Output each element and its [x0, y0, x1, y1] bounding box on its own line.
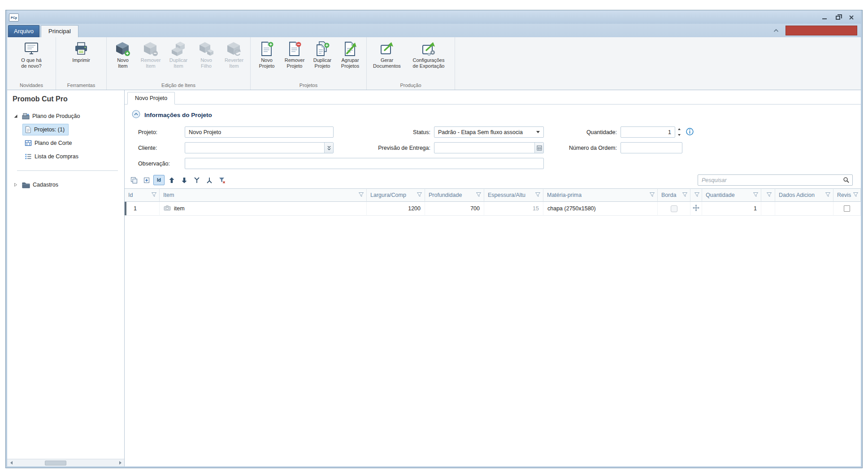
column-header-id[interactable]: Id	[125, 188, 160, 202]
filter-icon[interactable]	[680, 192, 688, 199]
expander-open-icon[interactable]	[12, 114, 20, 118]
tree-item-projetos[interactable]: Projetos: (1)	[7, 123, 124, 136]
tree-item-plano-producao[interactable]: Plano de Produção	[7, 109, 124, 123]
remover-projeto-button[interactable]: Remover Projeto	[281, 39, 308, 70]
cell-largura[interactable]: 1200	[367, 202, 425, 216]
tab-principal[interactable]: Principal	[41, 25, 78, 37]
branch-expand-button[interactable]	[191, 175, 202, 185]
cell-borda[interactable]	[658, 202, 690, 216]
filter-icon[interactable]	[356, 192, 364, 199]
collapse-section-button[interactable]	[132, 110, 140, 120]
expand-panels-button[interactable]	[128, 175, 139, 185]
filter-icon[interactable]	[823, 192, 831, 199]
cell-id[interactable]: 1	[125, 202, 160, 216]
column-header-move[interactable]	[690, 188, 702, 202]
search-input[interactable]	[702, 177, 843, 183]
cliente-label: Cliente:	[138, 145, 181, 151]
scroll-left-button[interactable]	[8, 460, 14, 466]
show-id-toggle[interactable]: Id	[153, 175, 165, 185]
filter-icon[interactable]	[692, 192, 700, 199]
cell-materia-prima[interactable]: chapa (2750x1580)	[543, 202, 658, 216]
column-header-borda[interactable]: Borda	[658, 188, 690, 202]
column-header-extra[interactable]	[761, 188, 775, 202]
observacao-input[interactable]	[185, 158, 544, 169]
cube-remove-icon	[143, 41, 158, 57]
column-header-dados-adicionais[interactable]: Dados Adicion	[775, 188, 833, 202]
move-up-button[interactable]	[166, 175, 177, 185]
maximize-button[interactable]	[831, 13, 845, 22]
scrollbar-thumb[interactable]	[45, 461, 66, 466]
imprimir-button[interactable]: Imprimir	[59, 39, 104, 65]
gerar-documentos-button[interactable]: Gerar Documentos	[369, 39, 404, 70]
revisao-checkbox[interactable]	[844, 205, 850, 212]
cell-profundidade[interactable]: 700	[425, 202, 484, 216]
spin-up-icon[interactable]	[676, 126, 682, 132]
search-box[interactable]	[698, 174, 853, 186]
column-header-profundidade[interactable]: Profundidade	[425, 188, 484, 202]
button-label: Item	[174, 63, 183, 69]
filter-icon[interactable]	[647, 192, 655, 199]
column-header-revisao[interactable]: Revis	[833, 188, 861, 202]
filter-icon[interactable]	[764, 192, 772, 199]
tree-item-cadastros[interactable]: Cadastros	[7, 178, 124, 191]
cell-extra[interactable]	[761, 202, 775, 216]
sidebar-horizontal-scrollbar[interactable]	[7, 459, 124, 466]
spin-down-icon[interactable]	[676, 132, 682, 138]
cell-espessura[interactable]: 15	[484, 202, 543, 216]
status-select[interactable]: Padrão - Etapa Sem fluxo associa	[434, 126, 544, 138]
quantidade-input[interactable]	[621, 126, 675, 138]
group-label: Edição de Itens	[109, 82, 247, 90]
close-button[interactable]	[845, 13, 858, 22]
clear-filter-button[interactable]	[216, 175, 227, 185]
folder-icon	[22, 182, 30, 188]
borda-chip-icon[interactable]	[671, 205, 677, 212]
previsao-entrega-input[interactable]	[434, 142, 544, 153]
filter-icon[interactable]	[474, 192, 482, 199]
column-header-materia-prima[interactable]: Matéria-prima	[543, 188, 658, 202]
quantity-stepper[interactable]	[676, 126, 682, 138]
cell-item[interactable]: item	[160, 202, 367, 216]
previsao-entrega-label: Previsão de Entrega:	[337, 145, 430, 151]
tree-item-lista-compras[interactable]: Lista de Compras	[7, 150, 124, 163]
tree-item-plano-corte[interactable]: Plano de Corte	[7, 136, 124, 150]
info-icon[interactable]	[686, 128, 698, 137]
tab-arquivo[interactable]: Arquivo	[8, 25, 39, 37]
cell-quantidade[interactable]: 1	[702, 202, 761, 216]
move-down-button[interactable]	[178, 175, 190, 185]
novo-item-button[interactable]: Novo Item	[109, 39, 136, 70]
column-header-quantidade[interactable]: Quantidade	[702, 188, 761, 202]
calendar-picker-button[interactable]	[534, 143, 543, 153]
cliente-dropdown-button[interactable]	[324, 143, 333, 153]
filter-icon[interactable]	[751, 192, 759, 199]
expand-all-button[interactable]	[141, 175, 152, 185]
filter-icon[interactable]	[533, 192, 541, 199]
branch-collapse-button[interactable]	[204, 175, 215, 185]
tab-novo-projeto[interactable]: Novo Projeto	[127, 92, 175, 104]
move-handle-icon[interactable]	[693, 205, 699, 213]
configuracoes-exportacao-button[interactable]: Configurações de Exportação	[405, 39, 452, 70]
agrupar-projetos-button[interactable]: Agrupar Projetos	[337, 39, 364, 70]
cliente-input[interactable]	[185, 142, 334, 153]
column-header-item[interactable]: Item	[160, 188, 367, 202]
projeto-input[interactable]	[185, 126, 334, 138]
filter-icon[interactable]	[415, 192, 422, 199]
scroll-right-button[interactable]	[117, 460, 123, 466]
cell-move[interactable]	[690, 202, 702, 216]
column-header-espessura[interactable]: Espessura/Altu	[484, 188, 543, 202]
scrollbar-track[interactable]	[14, 460, 117, 466]
whats-new-button[interactable]: O que há de novo?	[10, 39, 53, 70]
duplicar-projeto-button[interactable]: Duplicar Projeto	[309, 39, 336, 70]
novo-projeto-button[interactable]: Novo Projeto	[253, 39, 280, 70]
filter-icon[interactable]	[149, 192, 157, 199]
numero-ordem-input[interactable]	[621, 142, 682, 153]
filter-icon[interactable]	[851, 192, 859, 199]
collapse-ribbon-button[interactable]	[771, 26, 781, 35]
expander-closed-icon[interactable]	[12, 183, 20, 187]
minimize-button[interactable]	[818, 13, 831, 22]
table-row[interactable]: 1 item 1200 700 15 chapa (2750x1580)	[125, 202, 861, 216]
cell-dados-adicionais[interactable]	[775, 202, 833, 216]
column-header-largura[interactable]: Largura/Comp	[367, 188, 425, 202]
cell-revisao[interactable]	[833, 202, 861, 216]
content-area: Promob Cut Pro Plano de Produção	[7, 90, 861, 466]
camera-icon[interactable]	[164, 205, 171, 212]
